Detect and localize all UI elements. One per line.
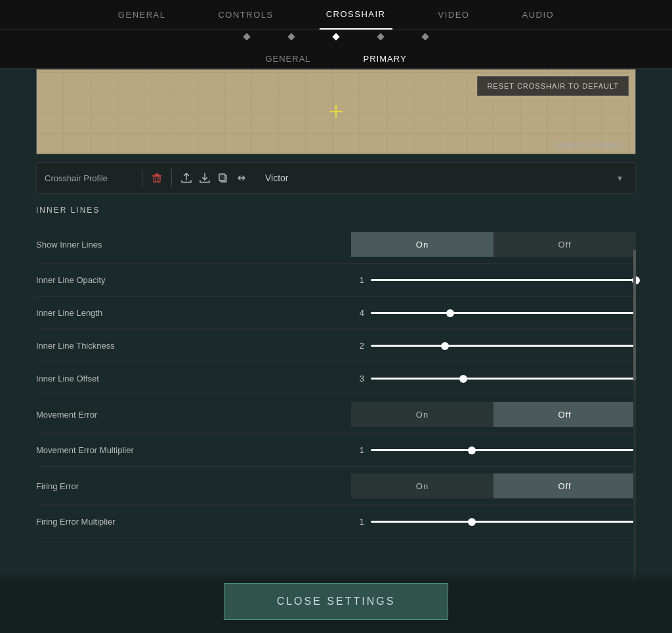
diamond-row [0, 30, 672, 43]
sub-tabs: GENERAL PRIMARY [0, 43, 672, 69]
diamond-audio [421, 33, 429, 40]
reset-crosshair-button[interactable]: RESET CROSSHAIR TO DEFAULT [477, 76, 629, 96]
show-inner-lines-control: On Off [351, 232, 636, 257]
subtab-primary[interactable]: PRIMARY [337, 49, 433, 69]
firing-error-multiplier-row: Firing Error Multiplier 1 [36, 506, 636, 538]
firing-error-row: Firing Error On Off [36, 467, 636, 506]
inner-line-offset-row: Inner Line Offset 3 [36, 362, 636, 395]
svg-rect-3 [154, 176, 160, 182]
inner-line-thickness-slider[interactable] [371, 345, 636, 347]
inner-line-thickness-label: Inner Line Thickness [36, 341, 351, 351]
upload-icon [180, 172, 192, 184]
inner-line-length-slider[interactable] [371, 312, 636, 314]
crosshair-center [335, 110, 337, 113]
paste-profile-button[interactable] [232, 169, 251, 187]
show-inner-lines-on[interactable]: On [351, 232, 494, 257]
inner-line-thickness-control: 2 [351, 341, 636, 351]
settings-rows: Show Inner Lines On Off Inner Line Opaci… [36, 225, 636, 538]
top-nav: GENERAL CONTROLS CROSSHAIR VIDEO AUDIO [0, 0, 672, 30]
firing-error-multiplier-value: 1 [351, 517, 364, 527]
inner-line-length-label: Inner Line Length [36, 308, 351, 318]
inner-line-offset-thumb[interactable] [459, 375, 467, 383]
upload-profile-button[interactable] [177, 169, 196, 187]
import-export-icon [236, 173, 247, 183]
inner-line-length-control: 4 [351, 308, 636, 318]
inner-line-opacity-value: 1 [351, 275, 364, 285]
movement-error-multiplier-slider[interactable] [371, 449, 636, 451]
settings-content: INNER LINES Show Inner Lines On Off Inne… [36, 206, 636, 538]
nav-controls[interactable]: CONTROLS [211, 0, 280, 30]
inner-line-offset-control: 3 [351, 374, 636, 383]
diamond-general [243, 33, 250, 40]
sub-tabs-container: GENERAL PRIMARY [0, 43, 672, 69]
movement-error-on[interactable]: On [351, 402, 494, 427]
profile-name-area: Victor ▾ [259, 169, 627, 187]
firing-error-label: Firing Error [36, 481, 351, 491]
icon-divider [171, 169, 172, 187]
inner-line-thickness-value: 2 [351, 341, 364, 351]
close-btn-wrapper: CLOSE SETTINGS [0, 571, 672, 633]
svg-rect-8 [219, 174, 225, 181]
inner-line-offset-slider[interactable] [371, 378, 636, 380]
delete-profile-button[interactable] [148, 169, 166, 187]
inner-line-thickness-thumb[interactable] [441, 342, 449, 350]
scrollbar-track [633, 236, 636, 580]
diamond-controls [287, 33, 295, 40]
movement-error-off[interactable]: Off [494, 402, 636, 427]
movement-error-control: On Off [351, 402, 636, 427]
firing-error-multiplier-slider[interactable] [371, 521, 636, 523]
close-settings-button[interactable]: CLOSE SETTINGS [224, 583, 449, 620]
profile-divider [142, 169, 142, 187]
nav-crosshair[interactable]: CROSSHAIR [320, 0, 392, 30]
elements-misaligned: Elements misaligned? [555, 141, 626, 148]
inner-line-opacity-slider[interactable] [371, 279, 636, 281]
profile-label: Crosshair Profile [45, 173, 136, 183]
nav-general[interactable]: GENERAL [112, 0, 173, 30]
firing-error-multiplier-label: Firing Error Multiplier [36, 517, 351, 527]
inner-line-offset-value: 3 [351, 374, 364, 383]
movement-error-multiplier-control: 1 [351, 445, 636, 455]
firing-error-control: On Off [351, 473, 636, 498]
inner-line-thickness-row: Inner Line Thickness 2 [36, 330, 636, 362]
movement-error-row: Movement Error On Off [36, 395, 636, 434]
show-inner-lines-off[interactable]: Off [494, 232, 636, 257]
copy-profile-button[interactable] [214, 169, 232, 187]
movement-error-multiplier-row: Movement Error Multiplier 1 [36, 434, 636, 467]
diamond-crosshair [332, 33, 339, 40]
show-inner-lines-row: Show Inner Lines On Off [36, 225, 636, 264]
inner-line-length-thumb[interactable] [446, 309, 454, 317]
inner-line-offset-label: Inner Line Offset [36, 374, 351, 383]
subtab-general[interactable]: GENERAL [239, 49, 337, 69]
firing-error-multiplier-control: 1 [351, 517, 636, 527]
dropdown-arrow-icon: ▾ [618, 173, 622, 183]
inner-line-opacity-control: 1 [351, 275, 636, 285]
inner-line-length-row: Inner Line Length 4 [36, 297, 636, 330]
copy-icon [218, 173, 228, 183]
download-profile-button[interactable] [196, 169, 214, 187]
scrollbar-thumb[interactable] [633, 250, 636, 381]
nav-audio[interactable]: AUDIO [515, 0, 560, 30]
movement-error-multiplier-label: Movement Error Multiplier [36, 445, 351, 455]
inner-line-opacity-row: Inner Line Opacity 1 [36, 264, 636, 297]
profile-select[interactable]: Victor [259, 169, 618, 187]
inner-line-opacity-label: Inner Line Opacity [36, 275, 351, 285]
movement-error-multiplier-value: 1 [351, 445, 364, 455]
firing-error-multiplier-thumb[interactable] [468, 518, 476, 526]
movement-error-toggle: On Off [351, 402, 636, 427]
nav-video[interactable]: VIDEO [432, 0, 476, 30]
firing-error-toggle: On Off [351, 473, 636, 498]
profile-bar: Crosshair Profile [36, 162, 636, 194]
movement-error-multiplier-thumb[interactable] [468, 447, 476, 454]
show-inner-lines-label: Show Inner Lines [36, 240, 351, 250]
svg-rect-4 [156, 174, 159, 175]
movement-error-label: Movement Error [36, 410, 351, 420]
firing-error-on[interactable]: On [351, 473, 494, 498]
firing-error-off[interactable]: Off [494, 473, 636, 498]
show-inner-lines-toggle: On Off [351, 232, 636, 257]
inner-line-length-value: 4 [351, 308, 364, 318]
preview-area: RESET CROSSHAIR TO DEFAULT Elements misa… [36, 69, 636, 154]
diamond-video [377, 33, 384, 40]
trash-icon [152, 173, 162, 183]
crosshair-preview [329, 105, 343, 118]
inner-lines-title: INNER LINES [36, 206, 636, 215]
